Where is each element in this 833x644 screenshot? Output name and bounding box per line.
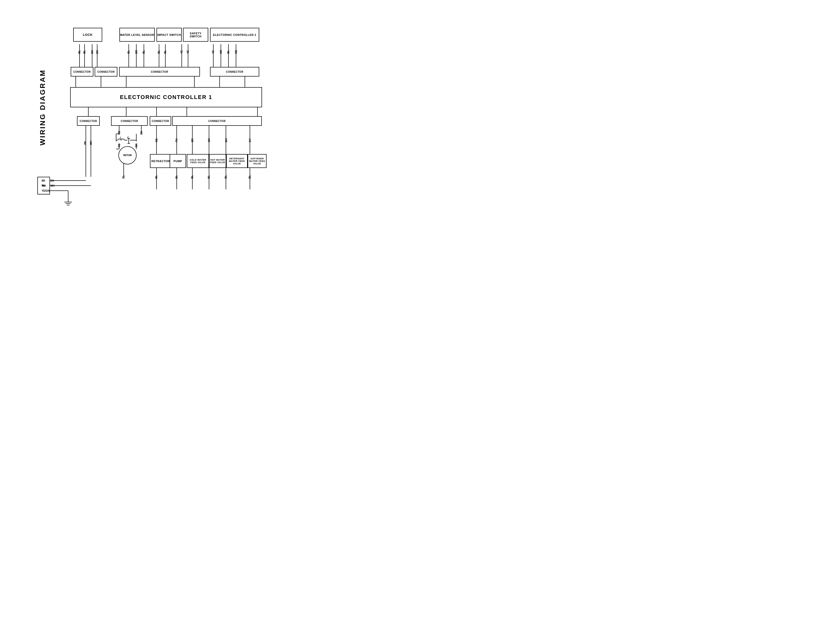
wire-label-bl-4: BL <box>142 50 145 53</box>
detergent-valve-component: DETERGENT WATER FEED VALVE <box>226 154 248 168</box>
wire-label-wh-4: WH <box>50 184 55 187</box>
wire-label-l: L <box>120 136 122 139</box>
wire-label-bl-5: BL <box>158 50 160 53</box>
wire-label-bl-3: BL <box>127 50 130 53</box>
wire-label-ye-1: YE <box>180 50 183 53</box>
connector-bottom-4: CONNECTOR <box>172 116 262 126</box>
safety-switch-component: SAFETY SWITCH <box>183 28 208 42</box>
wire-label-pu-1: PU <box>175 138 178 142</box>
wire-label-bk-5: BK <box>135 143 138 147</box>
wire-label-bl-1: BL <box>78 50 81 53</box>
wire-label-bk-1: BK <box>91 50 94 53</box>
wire-label-wh-1: WH <box>90 141 92 145</box>
softener-valve-component: SOFTENER WATER FEED VALVE <box>248 154 267 168</box>
wire-label-br-1: BR <box>135 50 138 53</box>
wire-label-rd-4: RD <box>155 138 158 142</box>
wire-label-ye-2: YE <box>187 50 189 53</box>
connector-top-1: CONNECTOR <box>71 67 93 77</box>
wire-label-bl-6: BL <box>164 50 167 53</box>
wiring-diagram: WIRING DIAGRAM <box>0 0 278 215</box>
wire-label-bl-11: BL <box>207 175 210 179</box>
wire-label-bl-13: BL <box>248 175 251 179</box>
wire-label-bl-14: BL <box>122 175 125 179</box>
wire-label-bl-9: BL <box>175 175 178 179</box>
wire-label-gy-1: GY <box>249 138 251 142</box>
wire-label-br-2: BR <box>191 138 194 142</box>
cold-water-valve-component: COLD WATER FEED VALVE <box>187 154 209 168</box>
hot-water-valve-component: HOT WATER FEED VALVE <box>209 154 226 168</box>
connector-bottom-3: CONNECTOR <box>150 116 171 126</box>
wire-label-rd-1: RD <box>235 50 238 53</box>
wire-label-bl-12: BL <box>224 175 227 179</box>
connector-top-2: CONNECTOR <box>95 67 117 77</box>
wire-label-bk-6: BK <box>42 179 45 182</box>
wire-label-or-1: OR <box>220 50 222 54</box>
wire-label-rd-3: RD <box>118 143 121 147</box>
wire-label-rd-2: RD <box>118 131 121 134</box>
wire-label-bk-2: BK <box>96 50 99 53</box>
connector-bottom-1: CONNECTOR <box>77 116 100 126</box>
retractor-component: RETRACTOR <box>150 154 171 168</box>
impact-switch-component: IMPACT SWITCH <box>156 28 182 42</box>
wire-label-bl-10: BL <box>191 175 194 179</box>
wire-label-ye-gn: YE/GN <box>42 189 50 192</box>
lock-component: LOCK <box>73 28 102 42</box>
pump-component: PUMP <box>170 154 186 168</box>
motor-label: MOTOR <box>122 151 133 159</box>
wire-label-bk-4: BK <box>140 131 143 134</box>
wire-label-or-2: OR <box>208 138 211 142</box>
connector-bottom-2: CONNECTOR <box>111 116 148 126</box>
electronic-controller-1-component: ELECTORNIC CONTROLLER 1 <box>70 87 262 107</box>
wire-label-wh-3: WH <box>42 184 46 187</box>
wire-label-bk-3: BK <box>84 141 87 145</box>
diagram-title: WIRING DIAGRAM <box>39 69 47 145</box>
connector-top-4: CONNECTOR <box>210 67 259 77</box>
connector-top-3: CONNECTOR <box>119 67 200 77</box>
wire-label-wh-2: WH <box>225 138 228 142</box>
water-level-sensor-component: WATER LEVEL SENSOR <box>119 28 155 42</box>
wire-label-bl-2: BL <box>83 50 86 53</box>
electronic-controller-2-component: ELECTORNIC CONTROLLER 2 <box>210 28 259 42</box>
wire-label-bk-7: BK <box>50 179 54 182</box>
wire-label-bl-7: BL <box>227 50 230 53</box>
wire-label-c: C <box>127 136 129 139</box>
wire-label-bl-8: BL <box>155 175 158 179</box>
wire-label-ye-3: YE <box>212 50 215 53</box>
